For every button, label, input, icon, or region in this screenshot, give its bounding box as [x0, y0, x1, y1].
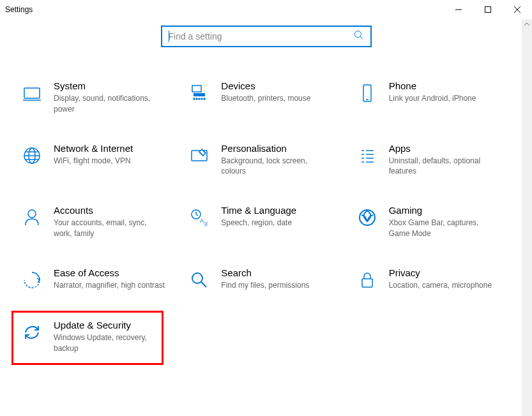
window-controls [444, 0, 532, 19]
tile-text: Update & SecurityWindows Update, recover… [54, 320, 166, 354]
tile-desc: WiFi, flight mode, VPN [54, 156, 166, 167]
tile-desc: Background, lock screen, colours [221, 156, 333, 177]
network-icon [20, 144, 43, 167]
tile-desc: Narrator, magnifier, high contrast [54, 280, 166, 291]
tile-desc: Windows Update, recovery, backup [54, 332, 166, 354]
tile-time[interactable]: A字Time & LanguageSpeech, region, date [186, 204, 335, 241]
vertical-scrollbar[interactable] [522, 19, 532, 416]
tile-text: PrivacyLocation, camera, microphone [389, 267, 501, 291]
tile-desc: Link your Android, iPhone [389, 93, 501, 104]
tile-text: PhoneLink your Android, iPhone [389, 80, 501, 104]
svg-point-14 [204, 98, 205, 100]
tile-text: AppsUninstall, defaults, optional featur… [389, 143, 501, 177]
tile-update[interactable]: Update & SecurityWindows Update, recover… [19, 318, 167, 355]
search-container [0, 26, 532, 47]
tile-devices[interactable]: DevicesBluetooth, printers, mouse [186, 79, 335, 116]
svg-point-10 [194, 98, 195, 100]
scrollbar-up-button[interactable] [522, 19, 532, 29]
tile-title: Privacy [389, 267, 501, 278]
svg-rect-9 [194, 93, 205, 96]
close-button[interactable] [503, 0, 532, 19]
svg-rect-8 [192, 85, 201, 92]
personalisation-icon [188, 144, 211, 167]
tile-system[interactable]: SystemDisplay, sound, notifications, pow… [19, 79, 167, 116]
close-icon [514, 6, 521, 13]
tile-desc: Display, sound, notifications, power [54, 93, 166, 115]
tile-title: Personalisation [221, 143, 333, 154]
phone-icon [356, 82, 379, 105]
tile-title: Apps [389, 143, 501, 154]
maximize-button[interactable] [473, 0, 503, 19]
tile-text: PersonalisationBackground, lock screen, … [221, 143, 333, 177]
tile-title: Time & Language [221, 205, 333, 216]
maximize-icon [485, 6, 491, 13]
svg-point-12 [199, 98, 200, 100]
tile-text: Time & LanguageSpeech, region, date [221, 205, 333, 228]
tile-gaming[interactable]: GamingXbox Game Bar, captures, Game Mode [354, 204, 503, 241]
privacy-icon [356, 269, 379, 292]
tile-text: GamingXbox Game Bar, captures, Game Mode [389, 205, 501, 239]
time-icon: A字 [188, 206, 211, 229]
apps-icon [356, 144, 379, 167]
tile-personalisation[interactable]: PersonalisationBackground, lock screen, … [186, 142, 335, 179]
tile-apps[interactable]: AppsUninstall, defaults, optional featur… [354, 142, 503, 179]
tile-title: Phone [389, 80, 501, 91]
text-cursor [169, 31, 169, 42]
tile-title: Update & Security [54, 320, 166, 331]
tile-desc: Find my files, permissions [221, 280, 333, 291]
tile-text: Network & InternetWiFi, flight mode, VPN [54, 143, 166, 167]
accounts-icon [20, 206, 43, 229]
tile-title: Accounts [54, 205, 166, 216]
tile-text: DevicesBluetooth, printers, mouse [221, 80, 333, 104]
tile-title: System [54, 80, 166, 91]
tile-search[interactable]: SearchFind my files, permissions [186, 266, 335, 293]
ease-icon [20, 269, 43, 292]
tile-desc: Uninstall, defaults, optional features [389, 156, 501, 177]
search-box[interactable] [161, 26, 372, 47]
svg-point-11 [196, 98, 197, 100]
tile-title: Devices [221, 80, 333, 91]
svg-rect-15 [363, 85, 371, 101]
chevron-up-icon [524, 22, 529, 27]
gaming-icon [356, 206, 379, 229]
tile-text: AccountsYour accounts, email, sync, work… [54, 205, 166, 239]
tile-phone[interactable]: PhoneLink your Android, iPhone [354, 79, 503, 116]
tile-network[interactable]: Network & InternetWiFi, flight mode, VPN [19, 142, 167, 179]
tile-title: Ease of Access [54, 267, 166, 278]
update-icon [20, 321, 43, 344]
svg-point-38 [192, 273, 202, 283]
tile-desc: Bluetooth, printers, mouse [221, 93, 333, 104]
tile-desc: Your accounts, email, sync, work, family [54, 218, 166, 239]
content-area: SystemDisplay, sound, notifications, pow… [0, 19, 532, 416]
search-icon [188, 269, 211, 292]
search-input[interactable] [169, 31, 354, 41]
tile-desc: Speech, region, date [221, 218, 333, 228]
tile-title: Network & Internet [54, 143, 166, 154]
svg-point-37 [360, 210, 375, 225]
devices-icon [188, 82, 211, 105]
svg-line-5 [360, 36, 363, 39]
svg-text:字: 字 [204, 222, 208, 227]
svg-rect-40 [362, 279, 372, 287]
svg-line-39 [201, 282, 206, 287]
settings-grid: SystemDisplay, sound, notifications, pow… [0, 79, 522, 355]
tile-title: Gaming [389, 205, 501, 216]
svg-point-31 [28, 210, 36, 218]
minimize-button[interactable] [444, 0, 473, 19]
tile-text: Ease of AccessNarrator, magnifier, high … [54, 267, 166, 291]
tile-title: Search [221, 267, 333, 278]
tile-ease[interactable]: Ease of AccessNarrator, magnifier, high … [19, 266, 167, 293]
tile-text: SearchFind my files, permissions [221, 267, 333, 291]
svg-point-13 [201, 98, 202, 100]
svg-rect-6 [24, 88, 40, 98]
tile-desc: Xbox Game Bar, captures, Game Mode [389, 218, 501, 239]
tile-privacy[interactable]: PrivacyLocation, camera, microphone [354, 266, 503, 293]
tile-text: SystemDisplay, sound, notifications, pow… [54, 80, 166, 115]
system-icon [20, 82, 43, 105]
svg-line-34 [196, 214, 198, 216]
tile-accounts[interactable]: AccountsYour accounts, email, sync, work… [19, 204, 167, 241]
minimize-icon [455, 6, 462, 13]
svg-rect-1 [485, 7, 491, 13]
search-icon [354, 30, 364, 43]
titlebar: Settings [0, 0, 532, 19]
